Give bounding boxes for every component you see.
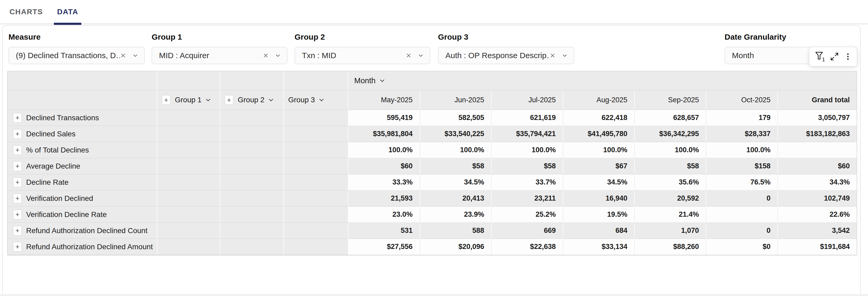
chevron-down-icon[interactable] (417, 52, 424, 59)
group-blank-cell (157, 239, 220, 255)
value-cell: 34.3% (778, 174, 857, 190)
group-blank-cell (284, 174, 348, 190)
filter-count-badge: 1 (822, 57, 825, 63)
column-header-group-2[interactable]: +Group 2 (220, 90, 284, 110)
group-blank-cell (220, 174, 284, 190)
value-cell: $33,134 (563, 239, 635, 255)
filter-group-3: Group 3 Auth : OP Response Descrip… (438, 32, 574, 64)
row-label-refund-authorization-declined-count: +Refund Authorization Declined Count (8, 223, 157, 239)
value-cell (706, 207, 778, 223)
group-blank-cell (157, 158, 220, 174)
group-3-select[interactable]: Auth : OP Response Descrip… (438, 47, 574, 64)
value-cell: 19.5% (563, 207, 635, 223)
group-blank-cell (157, 126, 220, 142)
value-cell: 179 (706, 110, 778, 126)
value-cell: 1,070 (635, 223, 706, 239)
chevron-down-icon[interactable] (275, 52, 281, 59)
value-cell: $191,684 (778, 239, 857, 255)
value-cell: $158 (706, 158, 778, 174)
value-cell: 100.0% (706, 142, 778, 158)
group-blank-cell (157, 207, 220, 223)
value-cell: 22.6% (778, 207, 857, 223)
kebab-menu-icon[interactable] (844, 52, 852, 61)
group-blank-cell (284, 126, 348, 142)
group-3-value: Auth : OP Response Descrip… (445, 51, 550, 60)
expand-plus-button[interactable]: + (13, 210, 22, 219)
value-cell: 3,542 (778, 223, 857, 239)
tab-data[interactable]: DATA (56, 0, 80, 24)
value-cell: 582,505 (420, 110, 492, 126)
group-3-label: Group 3 (438, 32, 574, 43)
expand-plus-button[interactable]: + (13, 145, 22, 155)
group-blank-cell (284, 239, 348, 255)
expand-plus-button[interactable]: + (13, 226, 22, 236)
group-blank-cell (220, 239, 284, 255)
data-panel: Measure (9) Declined Transactions, D… Gr… (2, 25, 861, 296)
value-cell: 621,619 (492, 110, 563, 126)
value-cell: $20,096 (420, 239, 492, 255)
clear-icon[interactable] (550, 52, 556, 59)
value-cell: 100.0% (420, 142, 492, 158)
measure-select[interactable]: (9) Declined Transactions, D… (8, 47, 145, 64)
group-2-label: Group 2 (294, 32, 430, 43)
column-header-grand-total: Grand total (778, 90, 857, 110)
group-blank-cell (284, 207, 348, 223)
value-cell: $35,794,421 (492, 126, 563, 142)
group-blank-cell (220, 223, 284, 239)
chevron-down-icon[interactable] (132, 52, 138, 59)
value-cell: 100.0% (348, 142, 420, 158)
tab-charts[interactable]: CHARTS (8, 0, 44, 24)
pivot-table: Month+Group 1+Group 2Group 3May-2025Jun-… (7, 71, 857, 256)
row-label-of-total-declines: +% of Total Declines (8, 142, 157, 158)
header-blank-group-1 (157, 71, 220, 90)
column-header-sep-2025: Sep-2025 (635, 90, 706, 110)
expand-plus-button[interactable]: + (13, 242, 22, 252)
value-cell: 669 (492, 223, 563, 239)
row-label-average-decline: +Average Decline (8, 158, 157, 174)
group-blank-cell (284, 110, 348, 126)
expand-plus-button[interactable]: + (162, 95, 170, 105)
column-header-jun-2025: Jun-2025 (420, 90, 492, 110)
value-cell: 100.0% (563, 142, 635, 158)
measure-value: (9) Declined Transactions, D… (16, 51, 120, 60)
column-header-group-3[interactable]: Group 3 (284, 90, 348, 110)
column-header-aug-2025: Aug-2025 (563, 90, 635, 110)
clear-icon[interactable] (120, 52, 126, 59)
value-cell: 16,940 (563, 190, 635, 207)
value-cell: $22,638 (492, 239, 563, 255)
group-blank-cell (157, 142, 220, 158)
expand-plus-button[interactable]: + (13, 177, 22, 187)
expand-icon[interactable] (830, 52, 839, 61)
value-cell: $33,540,225 (420, 126, 492, 142)
clear-icon[interactable] (405, 52, 412, 59)
value-cell: 3,050,797 (778, 110, 857, 126)
expand-plus-button[interactable]: + (13, 129, 22, 139)
value-cell: 0 (706, 223, 778, 239)
column-header-group-1[interactable]: +Group 1 (157, 90, 220, 110)
group-blank-cell (157, 223, 220, 239)
value-cell: 76.5% (706, 174, 778, 190)
value-cell: 595,419 (348, 110, 420, 126)
filter-funnel-icon[interactable]: 1 (814, 51, 825, 63)
value-cell: 33.3% (348, 174, 420, 190)
clear-icon[interactable] (262, 52, 269, 59)
row-label-declined-transactions: +Declined Transactions (8, 110, 157, 126)
value-cell: $58 (635, 158, 706, 174)
month-dimension-header[interactable]: Month (348, 71, 857, 90)
group-blank-cell (157, 110, 220, 126)
row-label-verification-declined: +Verification Declined (8, 190, 157, 207)
value-cell: 100.0% (635, 142, 706, 158)
expand-plus-button[interactable]: + (13, 194, 22, 204)
chevron-down-icon[interactable] (562, 52, 568, 59)
row-label-decline-rate: +Decline Rate (8, 174, 157, 190)
value-cell: $60 (348, 158, 420, 174)
value-cell: $88,260 (635, 239, 706, 255)
group-blank-cell (220, 207, 284, 223)
group-blank-cell (284, 142, 348, 158)
value-cell: 102,749 (778, 190, 857, 207)
expand-plus-button[interactable]: + (13, 161, 22, 171)
expand-plus-button[interactable]: + (224, 95, 234, 105)
expand-plus-button[interactable]: + (13, 113, 22, 123)
group-2-select[interactable]: Txn : MID (294, 47, 430, 64)
group-1-select[interactable]: MID : Acquirer (152, 47, 287, 64)
